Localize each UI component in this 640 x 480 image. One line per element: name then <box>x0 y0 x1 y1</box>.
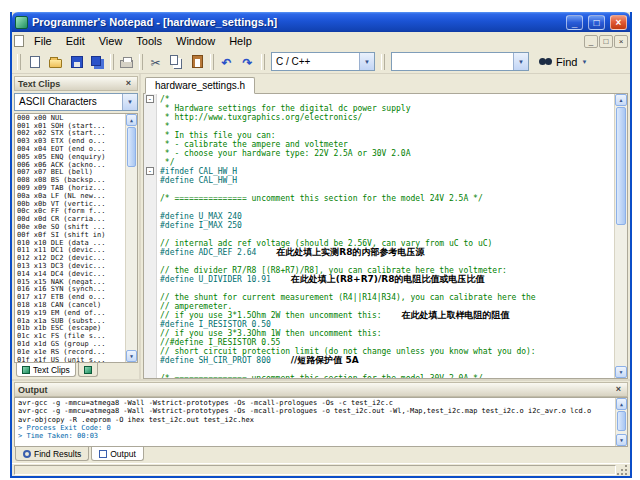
menu-item-edit[interactable]: Edit <box>59 34 92 48</box>
code-annotation: 在此处填上实测R8的内部参考电压源 <box>276 247 424 257</box>
code-line: #ifndef CAL_HW_H <box>160 167 614 176</box>
scheme-select[interactable]: C / C++ ▼ <box>271 52 375 71</box>
fold-toggle-icon[interactable]: - <box>146 95 154 103</box>
print-button[interactable] <box>116 52 137 72</box>
open-file-button[interactable] <box>45 52 66 72</box>
output-lines: avr-gcc -g -mmcu=atmega8 -Wall -Wstrict-… <box>18 399 613 440</box>
code-line: #define U_DIVIDER 10.91在此处填上(R8+R7)/R8的电… <box>160 275 614 284</box>
scroll-down-icon[interactable]: ▼ <box>615 366 627 378</box>
clips-tab-1[interactable] <box>78 363 98 377</box>
code-text: #define CAL_HW_H <box>160 176 237 185</box>
cut-button[interactable] <box>145 52 166 72</box>
code-line: /* =============== uncomment this sectio… <box>160 374 614 378</box>
copy-button[interactable] <box>166 52 187 72</box>
scroll-up-icon[interactable]: ▲ <box>615 94 627 106</box>
scrollbar-thumb[interactable] <box>127 127 136 167</box>
fold-toggle-icon[interactable]: - <box>146 167 154 175</box>
editor-tab[interactable]: hardware_settings.h <box>145 77 255 94</box>
code-text: /* =============== uncomment this sectio… <box>160 374 483 378</box>
restore-button[interactable]: □ <box>588 15 605 30</box>
clips-set-value: ASCII Characters <box>19 96 97 107</box>
clips-scrollbar[interactable]: ▲ ▼ <box>125 114 137 362</box>
close-icon[interactable]: × <box>613 384 624 395</box>
toolbar: C / C++ ▼ ▼ Find ▼ <box>12 50 630 74</box>
mdi-restore-button[interactable]: □ <box>599 35 613 48</box>
code-line: // amperemeter. <box>160 302 614 311</box>
code-line: #define SH_CIR_PROT 800//短路保护值 5A <box>160 356 614 365</box>
clips-tab-0[interactable]: Text Clips <box>16 363 76 377</box>
code-text: //#define I_RESISTOR 0.55 <box>160 338 280 347</box>
code-text: // if you use 3*3.3Ohm 1W then uncomment… <box>160 329 382 338</box>
menu-item-view[interactable]: View <box>92 34 130 48</box>
output-line: avr-gcc -g -mmcu=atmega8 -Wall -Wstrict-… <box>18 407 613 415</box>
output-icon <box>99 450 107 458</box>
code-line: * - choose your hardware type: 22V 2.5A … <box>160 149 614 158</box>
chevron-down-icon[interactable]: ▼ <box>359 53 374 70</box>
chevron-down-icon[interactable]: ▼ <box>122 94 137 110</box>
bottom-tab-find-results[interactable]: Find Results <box>15 447 89 461</box>
editor-scrollbar[interactable]: ▲ ▼ <box>614 94 627 378</box>
new-file-button[interactable] <box>24 52 45 72</box>
status-bar <box>12 463 630 476</box>
scroll-down-icon[interactable]: ▼ <box>616 434 627 446</box>
redo-button[interactable] <box>237 52 258 72</box>
code-line <box>160 284 614 293</box>
output-line: > Process Exit Code: 0 <box>18 424 613 432</box>
code-line: * <box>160 122 614 131</box>
scroll-up-icon[interactable]: ▲ <box>616 398 627 410</box>
code-line <box>160 185 614 194</box>
save-all-button[interactable] <box>87 52 108 72</box>
save-file-button[interactable] <box>66 52 87 72</box>
undo-button[interactable] <box>216 52 237 72</box>
find-icon <box>539 58 552 66</box>
toolbar-separator <box>110 54 114 70</box>
save-file-icon <box>71 56 83 68</box>
mdi-controls: _ □ × <box>584 35 628 48</box>
scrollbar-thumb[interactable] <box>616 107 626 225</box>
output-line: avr-objcopy -R .eeprom -O ihex test_i2c.… <box>18 416 613 424</box>
code-line: // the shunt for current measurement (R4… <box>160 293 614 302</box>
scrollbar-thumb[interactable] <box>617 411 626 431</box>
menu-item-help[interactable]: Help <box>222 34 259 48</box>
code-text: * Hardware settings for the digital dc p… <box>160 104 410 113</box>
output-content[interactable]: avr-gcc -g -mmcu=atmega8 -Wall -Wstrict-… <box>14 397 628 447</box>
code-text: * In this file you can: <box>160 131 276 140</box>
clip-row[interactable]: 01f x1f US (unit s... <box>17 357 123 363</box>
code-view[interactable]: /* * Hardware settings for the digital d… <box>157 94 614 378</box>
menu-item-file[interactable]: File <box>27 34 59 48</box>
find-results-icon <box>23 450 31 458</box>
toolbar-grip-3[interactable] <box>381 54 385 70</box>
open-file-icon <box>49 59 62 68</box>
resize-grip[interactable] <box>616 465 628 476</box>
code-line: * - calibrate the ampere and voltmeter <box>160 140 614 149</box>
code-line: * http://www.tuxgraphics.org/electronics… <box>160 113 614 122</box>
output-scrollbar[interactable]: ▲ ▼ <box>615 398 627 446</box>
search-select[interactable]: ▼ <box>391 52 529 71</box>
code-line: #define ADC_REF 2.64在此处填上实测R8的内部参考电压源 <box>160 248 614 257</box>
toolbar-grip-2[interactable] <box>261 54 265 70</box>
output-header: Output × <box>14 382 628 397</box>
menu-item-tools[interactable]: Tools <box>129 34 169 48</box>
clips-rows: 000 x00 NUL001 x01 SOH (start...002 x02 … <box>17 115 123 363</box>
editor[interactable]: -- /* * Hardware settings for the digita… <box>143 94 628 379</box>
find-button[interactable]: Find ▼ <box>533 53 593 71</box>
paste-button[interactable] <box>187 52 208 72</box>
close-button[interactable]: × <box>610 15 627 30</box>
scroll-up-icon[interactable]: ▲ <box>126 114 137 126</box>
mdi-minimize-button[interactable]: _ <box>584 35 598 48</box>
chevron-down-icon[interactable]: ▼ <box>513 53 528 70</box>
scroll-down-icon[interactable]: ▼ <box>126 350 137 362</box>
editor-area: hardware_settings.h -- /* * Hardware set… <box>141 74 630 379</box>
toolbar-grip[interactable] <box>17 54 21 70</box>
minimize-button[interactable]: _ <box>566 15 583 30</box>
clips-set-select[interactable]: ASCII Characters ▼ <box>14 93 138 111</box>
menu-item-window[interactable]: Window <box>169 34 222 48</box>
clips-tab-icon <box>84 366 92 374</box>
code-text: // if you use 3*1.5Ohm 2W then uncomment… <box>160 311 382 320</box>
code-line: * In this file you can: <box>160 131 614 140</box>
mdi-close-button[interactable]: × <box>614 35 628 48</box>
code-text: */ <box>160 158 174 167</box>
bottom-tab-output[interactable]: Output <box>91 447 144 461</box>
code-text: // the shunt for current measurement (R4… <box>160 293 536 302</box>
close-icon[interactable]: × <box>123 78 134 89</box>
